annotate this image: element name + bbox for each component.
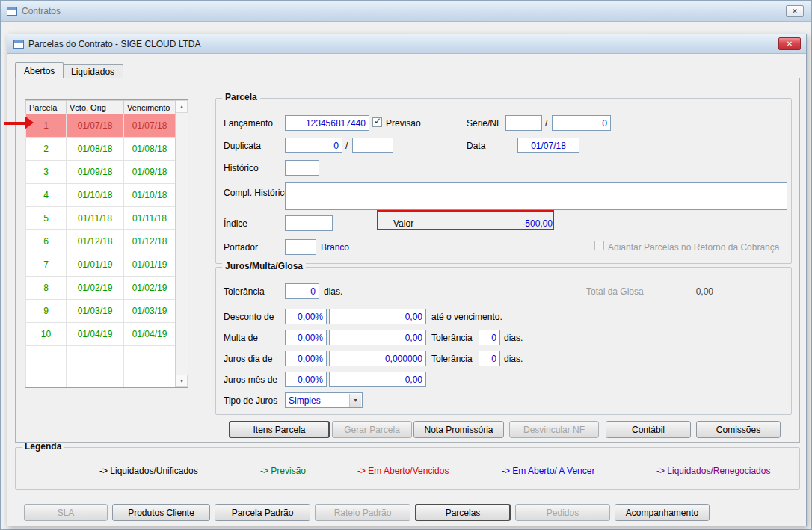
juros-dia-label: Juros dia de: [224, 354, 272, 364]
juros-multa-glosa-groupbox: Juros/Multa/Glosa Tolerância 0 dias. Tot…: [215, 267, 792, 415]
duplicata-field-2[interactable]: [352, 138, 393, 153]
historico-field[interactable]: [285, 160, 319, 176]
grid-header-parcela: Parcela: [26, 101, 67, 114]
grid-header-vencimento: Vencimento: [124, 101, 176, 114]
itens-parcela-button[interactable]: Itens Parcela: [229, 421, 330, 438]
multa-value-field[interactable]: 0,00: [329, 330, 426, 345]
data-label: Data: [467, 141, 485, 151]
ate-vencimento-label: até o vencimento.: [431, 312, 502, 322]
grid-row-6[interactable]: 601/12/1801/12/18: [26, 230, 176, 253]
dialog-title: Parcelas do Contrato - SIGE CLOUD LTDA: [28, 39, 201, 49]
tolerancia-field[interactable]: 0: [285, 283, 319, 299]
contabil-button[interactable]: Contábil: [606, 421, 691, 438]
grid-row-8[interactable]: 801/02/1901/02/19: [26, 277, 176, 300]
duplicata-label: Duplicata: [224, 141, 261, 151]
grid-row-2[interactable]: 201/08/1801/08/18: [26, 138, 176, 161]
juros-groupbox-title: Juros/Multa/Glosa: [222, 261, 306, 271]
historico-label: Histórico: [224, 163, 259, 173]
desvincular-nf-button: Desvincular NF: [509, 421, 599, 438]
tolerancia-dias-label: dias.: [324, 286, 342, 297]
grid-scrollbar[interactable]: ▴ ▾: [175, 100, 188, 387]
parcela-groupbox: Parcela Lançamento 123456817440 Previsão…: [215, 98, 792, 264]
duplicata-field[interactable]: 0: [285, 138, 342, 153]
adiantar-parcelas-checkbox: [594, 241, 604, 250]
lancamento-label: Lançamento: [224, 118, 273, 129]
parcela-groupbox-title: Parcela: [222, 92, 260, 102]
indice-field[interactable]: [285, 215, 333, 231]
desconto-percent-field[interactable]: 0,00%: [285, 309, 327, 324]
legend-item-4: -> Liquidados/Renegociados: [656, 466, 770, 476]
grid-row-10[interactable]: 1001/04/1901/04/19: [26, 323, 176, 346]
grid-row-5[interactable]: 501/11/1801/11/18: [26, 207, 176, 230]
dialog-titlebar[interactable]: Parcelas do Contrato - SIGE CLOUD LTDA ✕: [7, 34, 806, 54]
previsao-checkbox[interactable]: [372, 117, 382, 127]
scroll-down-icon[interactable]: ▾: [176, 375, 188, 387]
juros-dia-value-field[interactable]: 0,000000: [329, 351, 426, 366]
tab-abertos[interactable]: Abertos: [15, 62, 64, 78]
desconto-value-field[interactable]: 0,00: [329, 309, 426, 324]
tipo-juros-select[interactable]: Simples ▾: [285, 392, 363, 408]
dialog-icon: [13, 40, 24, 49]
scroll-up-icon[interactable]: ▴: [176, 100, 188, 113]
bottom-buttons-row: SLAProdutos ClienteParcela PadrãoRateio …: [7, 504, 806, 523]
portador-field[interactable]: [285, 239, 316, 255]
annotation-red-rectangle: [377, 210, 554, 230]
adiantar-parcelas-label: Adiantar Parcelas no Retorno da Cobrança: [608, 242, 779, 253]
serie-nf-separator: /: [545, 118, 547, 129]
window-close-icon[interactable]: ✕: [786, 5, 804, 17]
grid-row-7[interactable]: 701/01/1901/01/19: [26, 253, 176, 277]
multa-percent-field[interactable]: 0,00%: [285, 330, 327, 345]
data-field[interactable]: 01/07/18: [517, 138, 579, 153]
dropdown-arrow-icon[interactable]: ▾: [349, 394, 361, 407]
juros-mes-value-field[interactable]: 0,00: [329, 372, 426, 387]
serie-field[interactable]: [505, 115, 542, 131]
annotation-red-arrow-head: [25, 116, 34, 129]
app-icon: [7, 7, 17, 16]
tab-page-abertos: Parcela Vcto. Orig Vencimento 101/07/180…: [15, 78, 800, 443]
acompanhamento-button[interactable]: Acompanhamento: [615, 504, 710, 521]
comissoes-button[interactable]: Comissões: [696, 421, 781, 438]
action-buttons-row: Itens ParcelaGerar ParcelaNota Promissór…: [16, 421, 799, 440]
multa-label: Multa de: [224, 333, 258, 343]
pedidos-button: Pedidos: [515, 504, 610, 521]
previsao-label: Previsão: [386, 118, 421, 129]
legend-item-0: -> Liquidados/Unificados: [99, 466, 198, 476]
serie-nf-label: Série/NF: [467, 118, 502, 129]
parcelas-grid: Parcela Vcto. Orig Vencimento 101/07/180…: [25, 99, 188, 388]
portador-description: Branco: [321, 242, 349, 253]
lancamento-field[interactable]: 123456817440: [285, 115, 369, 131]
total-glosa-value: 0,00: [657, 286, 713, 297]
juros-mes-percent-field[interactable]: 0,00%: [285, 372, 327, 387]
juros-dia-percent-field[interactable]: 0,00%: [285, 351, 327, 366]
legend-groupbox: Legenda -> Liquidados/Unificados-> Previ…: [15, 447, 800, 490]
tolerancia-label: Tolerância: [224, 286, 265, 297]
grid-row-9[interactable]: 901/03/1901/03/19: [26, 300, 176, 323]
duplicata-separator: /: [345, 141, 348, 151]
annotation-red-arrow: [4, 122, 25, 125]
dialog-close-icon[interactable]: ✕: [778, 37, 801, 50]
tab-liquidados[interactable]: Liquidados: [62, 64, 123, 78]
legend-item-1: -> Previsão: [260, 466, 306, 476]
multa-tolerancia-field[interactable]: 0: [479, 330, 500, 345]
juros-dia-tolerancia-field[interactable]: 0: [479, 351, 500, 366]
compl-historico-label: Compl. Histórico: [224, 188, 289, 198]
juros-mes-label: Juros mês de: [224, 375, 277, 385]
window-titlebar[interactable]: Contratos ✕: [1, 1, 811, 22]
sla-button: SLA: [24, 504, 108, 521]
grid-body: 101/07/1801/07/18201/08/1801/08/18301/09…: [26, 114, 176, 389]
tipo-juros-selected-value: Simples: [289, 395, 321, 406]
nf-field[interactable]: 0: [552, 115, 611, 131]
nota-promissoria-button[interactable]: Nota Promissória: [413, 421, 504, 438]
grid-row-1[interactable]: 101/07/1801/07/18: [26, 114, 176, 138]
parcelas-button[interactable]: Parcelas: [415, 504, 511, 521]
grid-row-4[interactable]: 401/10/1801/10/18: [26, 184, 176, 207]
gerar-parcela-button: Gerar Parcela: [332, 421, 412, 438]
grid-row-empty[interactable]: [26, 346, 176, 369]
portador-label: Portador: [224, 242, 258, 253]
grid-row-3[interactable]: 301/09/1801/09/18: [26, 161, 176, 184]
produtos-cliente-button[interactable]: Produtos Cliente: [112, 504, 210, 521]
compl-historico-field[interactable]: [285, 182, 787, 210]
grid-row-empty[interactable]: [26, 369, 176, 389]
parcela-padrao-button[interactable]: Parcela Padrão: [215, 504, 310, 521]
juros-dia-dias-label: dias.: [504, 354, 523, 364]
